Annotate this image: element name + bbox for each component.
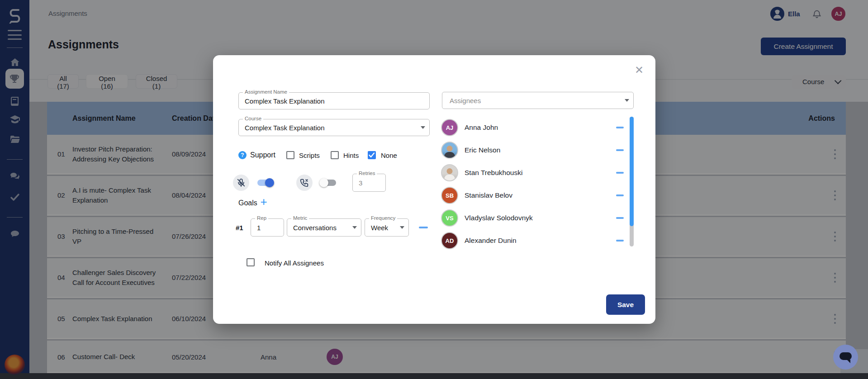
goal-number: #1 [236, 224, 243, 232]
notify-all-checkbox[interactable] [247, 258, 255, 266]
assignee-item: Stan Trebukhouski [439, 161, 634, 184]
remove-assignee-button[interactable] [616, 194, 624, 196]
none-label: None [381, 152, 397, 159]
assignee-item: AJ Anna John [439, 116, 634, 139]
assignee-avatar: VS [441, 209, 458, 227]
check-icon [369, 152, 375, 158]
remove-assignee-button[interactable] [616, 127, 624, 128]
remove-assignee-button[interactable] [616, 172, 624, 174]
chat-launcher-button[interactable] [833, 345, 858, 370]
frequency-value: Week [371, 219, 397, 236]
assignee-avatar-photo [441, 142, 458, 159]
course-value: Complex Task Explanation [245, 119, 417, 136]
hints-checkbox[interactable] [331, 151, 339, 159]
retries-field[interactable]: Retries 3 [352, 174, 386, 192]
remove-assignee-button[interactable] [616, 240, 624, 242]
call-disabled-chip[interactable] [296, 175, 313, 191]
assignee-name: Eric Nelson [465, 139, 500, 161]
assignment-name-value: Complex Task Explanation [245, 93, 417, 109]
assignee-name: Alexander Dunin [465, 229, 517, 252]
mic-muted-chip[interactable] [233, 175, 249, 191]
none-checkbox[interactable] [368, 151, 376, 159]
dropdown-arrow-icon [421, 126, 425, 129]
assignee-avatar: AJ [441, 119, 458, 136]
edit-assignment-modal: ✕ Assignment Name Complex Task Explanati… [213, 55, 655, 324]
mic-off-icon [236, 178, 246, 188]
assignment-name-field[interactable]: Assignment Name Complex Task Explanation [238, 92, 430, 109]
remove-assignee-button[interactable] [616, 149, 624, 151]
rep-value: 1 [257, 219, 272, 236]
chat-bubble-icon [840, 352, 852, 360]
retries-value: 3 [359, 174, 374, 191]
goals-label: Goals [238, 199, 257, 207]
assignee-name: Stanislav Belov [465, 184, 512, 207]
assignee-name: Anna John [465, 116, 498, 139]
chat-bubble-tail [847, 360, 850, 363]
assignees-placeholder: Assignees [450, 92, 621, 109]
assignee-item: VS Vladyslav Solodovnyk [439, 207, 634, 229]
add-goal-button[interactable]: + [258, 196, 269, 207]
support-help-icon[interactable]: ? [238, 151, 247, 159]
assignees-select[interactable]: Assignees [442, 92, 634, 109]
metric-value: Conversations [293, 219, 349, 236]
assignee-list-scrollbar[interactable] [630, 117, 634, 246]
remove-goal-button[interactable] [419, 227, 428, 228]
mic-toggle[interactable] [256, 177, 274, 188]
assignee-item: Eric Nelson [439, 139, 634, 161]
support-label: Support [250, 151, 275, 159]
dropdown-arrow-icon [400, 226, 404, 229]
assignee-name: Vladyslav Solodovnyk [465, 207, 533, 229]
phone-x-icon [299, 178, 309, 188]
remove-assignee-button[interactable] [616, 217, 624, 219]
save-button[interactable]: Save [606, 294, 645, 315]
scripts-label: Scripts [299, 152, 320, 159]
notify-all-label: Notify All Assignees [265, 259, 324, 267]
dropdown-arrow-icon [625, 99, 629, 102]
call-toggle[interactable] [319, 177, 337, 188]
dropdown-arrow-icon [352, 226, 357, 229]
hints-label: Hints [343, 152, 359, 159]
assignee-avatar: SB [441, 187, 458, 204]
assignee-name: Stan Trebukhouski [465, 161, 522, 184]
scripts-checkbox[interactable] [286, 151, 294, 159]
metric-select[interactable]: Metric Conversations [287, 218, 361, 237]
rep-field[interactable]: Rep 1 [251, 218, 284, 237]
close-icon[interactable]: ✕ [634, 65, 644, 75]
assignee-avatar-photo [441, 164, 458, 181]
scrollbar-thumb[interactable] [630, 117, 634, 226]
frequency-select[interactable]: Frequency Week [365, 218, 409, 237]
assignee-item: AD Alexander Dunin [439, 229, 634, 252]
assignee-avatar: AD [441, 232, 458, 249]
course-select[interactable]: Course Complex Task Explanation [238, 119, 430, 136]
assignee-item: SB Stanislav Belov [439, 184, 634, 207]
